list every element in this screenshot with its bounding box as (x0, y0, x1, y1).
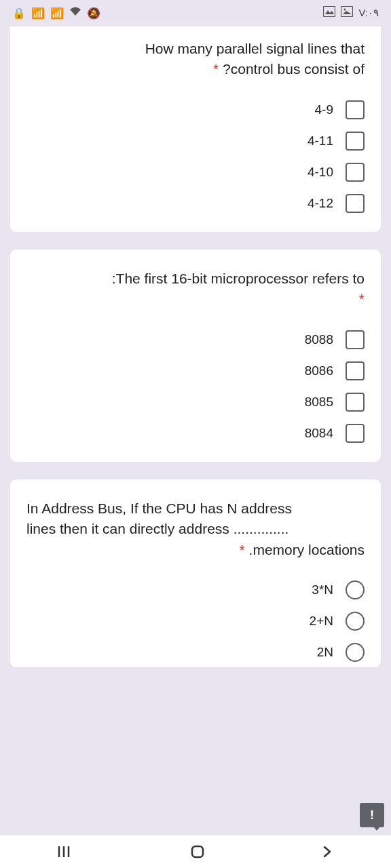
question-card-1: How many parallel signal lines that * ?c… (10, 26, 381, 233)
option-label: 8085 (305, 395, 333, 410)
checkbox-icon[interactable] (346, 132, 365, 151)
signal-icon: 📶 (31, 7, 45, 20)
option-label: 4-9 (315, 102, 333, 117)
required-star: * (240, 542, 245, 557)
checkbox-icon[interactable] (346, 424, 365, 443)
checkbox-icon[interactable] (346, 361, 365, 380)
required-star: * (359, 291, 365, 307)
status-bar: 🔒 📶 📶 🔕 V:٠٩ (0, 0, 391, 26)
option-row[interactable]: 4-11 (26, 132, 365, 151)
option-row[interactable]: 8088 (26, 330, 365, 349)
status-right: V:٠٩ (323, 6, 379, 20)
checkbox-icon[interactable] (346, 330, 365, 349)
required-star: * (213, 61, 219, 77)
options-list: 8088 8086 8085 8084 (26, 330, 365, 443)
radio-icon[interactable] (346, 580, 365, 599)
recents-button[interactable] (57, 845, 75, 859)
svg-point-3 (344, 9, 346, 11)
option-label: 8084 (305, 426, 333, 441)
question-line1: How many parallel signal lines that (145, 41, 365, 56)
feedback-button[interactable]: ! (360, 803, 384, 827)
option-label: 2+N (310, 614, 333, 629)
question-line3: .memory locations (249, 542, 365, 557)
status-left: 🔒 📶 📶 🔕 (12, 7, 100, 20)
option-label: 3*N (312, 583, 333, 597)
question-text: In Address Bus, If the CPU has N address… (26, 498, 365, 560)
option-row[interactable]: 2+N (26, 612, 365, 631)
exclamation-icon: ! (370, 808, 374, 823)
option-row[interactable]: 8084 (26, 424, 365, 443)
status-time: V:٠٩ (358, 7, 379, 19)
option-row[interactable]: 2N (26, 643, 365, 662)
radio-icon[interactable] (346, 612, 365, 631)
back-button[interactable] (320, 845, 334, 859)
option-row[interactable]: 4-10 (26, 163, 365, 182)
home-button[interactable] (189, 844, 206, 860)
lock-icon: 🔒 (12, 7, 26, 20)
svg-marker-4 (343, 11, 352, 14)
question-card-2: :The first 16-bit microprocessor refers … (10, 249, 381, 462)
option-label: 2N (317, 645, 333, 660)
checkbox-icon[interactable] (346, 393, 365, 412)
checkbox-icon[interactable] (346, 194, 365, 213)
question-line2: ?control bus consist of (223, 61, 365, 77)
question-text: How many parallel signal lines that * ?c… (26, 39, 365, 80)
question-card-3: In Address Bus, If the CPU has N address… (10, 479, 381, 668)
mute-icon: 🔕 (87, 7, 100, 20)
option-row[interactable]: 4-9 (26, 100, 365, 119)
radio-icon[interactable] (346, 643, 365, 662)
question-line1: :The first 16-bit microprocessor refers … (112, 271, 365, 286)
options-list: 4-9 4-11 4-10 4-12 (26, 100, 365, 213)
nav-bar (0, 835, 391, 868)
svg-rect-0 (324, 7, 335, 17)
question-text: :The first 16-bit microprocessor refers … (26, 269, 365, 310)
option-row[interactable]: 3*N (26, 580, 365, 599)
option-row[interactable]: 4-12 (26, 194, 365, 213)
image2-icon (341, 6, 353, 20)
option-row[interactable]: 8086 (26, 361, 365, 380)
option-label: 4-10 (308, 165, 333, 180)
options-list: 3*N 2+N 2N (26, 580, 365, 662)
wifi-icon (69, 7, 81, 19)
image-icon (323, 6, 335, 20)
svg-rect-8 (192, 846, 203, 857)
checkbox-icon[interactable] (346, 163, 365, 182)
option-label: 4-12 (308, 196, 333, 211)
option-label: 8086 (305, 363, 333, 378)
question-line2: lines then it can directly address .....… (26, 521, 288, 536)
signal2-icon: 📶 (50, 7, 64, 20)
question-line1: In Address Bus, If the CPU has N address (26, 500, 292, 516)
option-label: 8088 (305, 332, 333, 347)
form-area: How many parallel signal lines that * ?c… (0, 26, 391, 668)
svg-marker-1 (325, 10, 334, 14)
option-label: 4-11 (308, 134, 333, 149)
checkbox-icon[interactable] (346, 100, 365, 119)
option-row[interactable]: 8085 (26, 393, 365, 412)
